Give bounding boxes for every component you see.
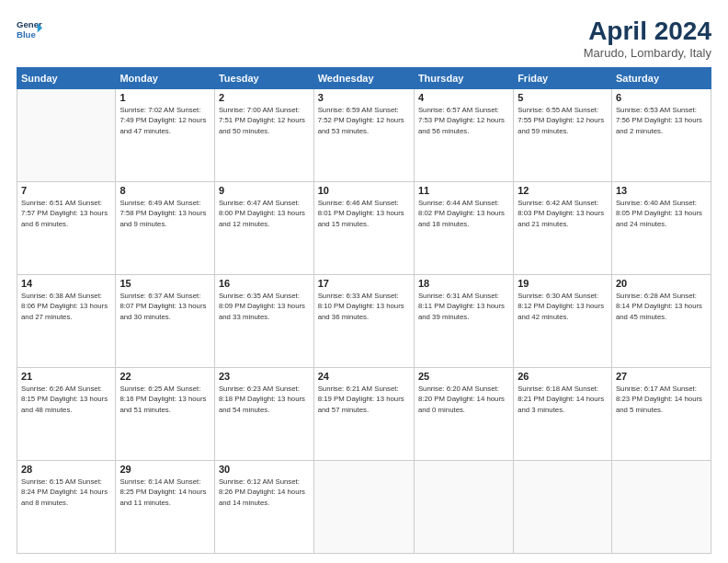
day-info: Sunrise: 6:20 AM Sunset: 8:20 PM Dayligh… [418,384,509,415]
day-info: Sunrise: 6:46 AM Sunset: 8:01 PM Dayligh… [318,198,410,229]
day-number: 17 [318,278,410,289]
table-row: 11Sunrise: 6:44 AM Sunset: 8:02 PM Dayli… [414,182,513,275]
day-number: 8 [119,185,210,196]
day-number: 10 [318,185,410,196]
day-number: 25 [418,371,509,382]
table-row: 25Sunrise: 6:20 AM Sunset: 8:20 PM Dayli… [414,368,513,461]
table-row: 16Sunrise: 6:35 AM Sunset: 8:09 PM Dayli… [214,275,313,368]
day-number: 1 [119,92,210,103]
table-row: 10Sunrise: 6:46 AM Sunset: 8:01 PM Dayli… [313,182,414,275]
table-row: 18Sunrise: 6:31 AM Sunset: 8:11 PM Dayli… [414,275,513,368]
day-number: 6 [616,92,707,103]
day-number: 28 [21,464,111,475]
table-row: 5Sunrise: 6:55 AM Sunset: 7:55 PM Daylig… [514,89,612,182]
table-row [514,461,612,554]
calendar-week-row: 28Sunrise: 6:15 AM Sunset: 8:24 PM Dayli… [17,461,711,554]
day-info: Sunrise: 7:00 AM Sunset: 7:51 PM Dayligh… [219,105,310,136]
day-info: Sunrise: 6:59 AM Sunset: 7:52 PM Dayligh… [318,105,410,136]
table-row: 21Sunrise: 6:26 AM Sunset: 8:15 PM Dayli… [17,368,116,461]
page-header: General Blue April 2024 Marudo, Lombardy… [17,17,711,60]
table-row: 7Sunrise: 6:51 AM Sunset: 7:57 PM Daylig… [17,182,116,275]
table-row: 14Sunrise: 6:38 AM Sunset: 8:06 PM Dayli… [17,275,116,368]
calendar-table: Sunday Monday Tuesday Wednesday Thursday… [17,67,711,554]
table-row: 28Sunrise: 6:15 AM Sunset: 8:24 PM Dayli… [17,461,116,554]
day-info: Sunrise: 6:15 AM Sunset: 8:24 PM Dayligh… [21,477,111,508]
day-number: 9 [219,185,310,196]
day-number: 27 [616,371,707,382]
table-row [313,461,414,554]
day-number: 14 [21,278,111,289]
table-row: 8Sunrise: 6:49 AM Sunset: 7:58 PM Daylig… [116,182,215,275]
day-info: Sunrise: 6:30 AM Sunset: 8:12 PM Dayligh… [518,291,608,322]
day-number: 24 [318,371,410,382]
table-row: 24Sunrise: 6:21 AM Sunset: 8:19 PM Dayli… [313,368,414,461]
header-friday: Friday [514,68,612,89]
table-row: 9Sunrise: 6:47 AM Sunset: 8:00 PM Daylig… [214,182,313,275]
day-number: 7 [21,185,111,196]
day-info: Sunrise: 6:38 AM Sunset: 8:06 PM Dayligh… [21,291,111,322]
day-info: Sunrise: 6:25 AM Sunset: 8:16 PM Dayligh… [119,384,210,415]
day-info: Sunrise: 6:18 AM Sunset: 8:21 PM Dayligh… [518,384,608,415]
day-info: Sunrise: 6:12 AM Sunset: 8:26 PM Dayligh… [219,477,310,508]
table-row: 27Sunrise: 6:17 AM Sunset: 8:23 PM Dayli… [611,368,711,461]
header-monday: Monday [116,68,215,89]
day-number: 13 [616,185,707,196]
day-number: 23 [219,371,310,382]
header-saturday: Saturday [611,68,711,89]
day-info: Sunrise: 6:28 AM Sunset: 8:14 PM Dayligh… [616,291,707,322]
day-number: 12 [518,185,608,196]
table-row: 26Sunrise: 6:18 AM Sunset: 8:21 PM Dayli… [514,368,612,461]
day-number: 19 [518,278,608,289]
calendar-week-row: 7Sunrise: 6:51 AM Sunset: 7:57 PM Daylig… [17,182,711,275]
table-row: 4Sunrise: 6:57 AM Sunset: 7:53 PM Daylig… [414,89,513,182]
table-row: 6Sunrise: 6:53 AM Sunset: 7:56 PM Daylig… [611,89,711,182]
table-row: 13Sunrise: 6:40 AM Sunset: 8:05 PM Dayli… [611,182,711,275]
day-number: 11 [418,185,509,196]
table-row: 30Sunrise: 6:12 AM Sunset: 8:26 PM Dayli… [214,461,313,554]
day-number: 29 [119,464,210,475]
day-info: Sunrise: 6:33 AM Sunset: 8:10 PM Dayligh… [318,291,410,322]
day-info: Sunrise: 7:02 AM Sunset: 7:49 PM Dayligh… [119,105,210,136]
calendar-header-row: Sunday Monday Tuesday Wednesday Thursday… [17,68,711,89]
day-number: 22 [119,371,210,382]
day-info: Sunrise: 6:49 AM Sunset: 7:58 PM Dayligh… [119,198,210,229]
day-info: Sunrise: 6:35 AM Sunset: 8:09 PM Dayligh… [219,291,310,322]
svg-text:Blue: Blue [17,29,36,40]
day-number: 15 [119,278,210,289]
day-number: 26 [518,371,608,382]
table-row: 15Sunrise: 6:37 AM Sunset: 8:07 PM Dayli… [116,275,215,368]
header-wednesday: Wednesday [313,68,414,89]
table-row [611,461,711,554]
table-row: 12Sunrise: 6:42 AM Sunset: 8:03 PM Dayli… [514,182,612,275]
calendar-week-row: 21Sunrise: 6:26 AM Sunset: 8:15 PM Dayli… [17,368,711,461]
logo-icon: General Blue [17,17,42,42]
calendar-week-row: 1Sunrise: 7:02 AM Sunset: 7:49 PM Daylig… [17,89,711,182]
table-row: 2Sunrise: 7:00 AM Sunset: 7:51 PM Daylig… [214,89,313,182]
month-title: April 2024 [584,17,711,46]
day-number: 18 [418,278,509,289]
day-number: 21 [21,371,111,382]
table-row: 19Sunrise: 6:30 AM Sunset: 8:12 PM Dayli… [514,275,612,368]
day-info: Sunrise: 6:53 AM Sunset: 7:56 PM Dayligh… [616,105,707,136]
header-sunday: Sunday [17,68,116,89]
day-number: 2 [219,92,310,103]
day-info: Sunrise: 6:37 AM Sunset: 8:07 PM Dayligh… [119,291,210,322]
day-info: Sunrise: 6:17 AM Sunset: 8:23 PM Dayligh… [616,384,707,415]
day-info: Sunrise: 6:23 AM Sunset: 8:18 PM Dayligh… [219,384,310,415]
day-number: 5 [518,92,608,103]
day-info: Sunrise: 6:55 AM Sunset: 7:55 PM Dayligh… [518,105,608,136]
day-number: 3 [318,92,410,103]
day-info: Sunrise: 6:21 AM Sunset: 8:19 PM Dayligh… [318,384,410,415]
day-info: Sunrise: 6:31 AM Sunset: 8:11 PM Dayligh… [418,291,509,322]
day-info: Sunrise: 6:51 AM Sunset: 7:57 PM Dayligh… [21,198,111,229]
day-info: Sunrise: 6:26 AM Sunset: 8:15 PM Dayligh… [21,384,111,415]
day-info: Sunrise: 6:57 AM Sunset: 7:53 PM Dayligh… [418,105,509,136]
table-row: 20Sunrise: 6:28 AM Sunset: 8:14 PM Dayli… [611,275,711,368]
table-row: 17Sunrise: 6:33 AM Sunset: 8:10 PM Dayli… [313,275,414,368]
table-row: 3Sunrise: 6:59 AM Sunset: 7:52 PM Daylig… [313,89,414,182]
header-tuesday: Tuesday [214,68,313,89]
day-info: Sunrise: 6:40 AM Sunset: 8:05 PM Dayligh… [616,198,707,229]
day-number: 4 [418,92,509,103]
day-number: 20 [616,278,707,289]
day-info: Sunrise: 6:47 AM Sunset: 8:00 PM Dayligh… [219,198,310,229]
